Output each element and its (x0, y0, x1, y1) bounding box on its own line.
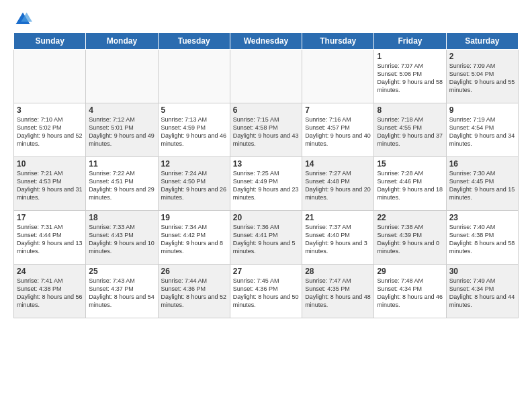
day-info: Sunrise: 7:28 AM Sunset: 4:46 PM Dayligh… (377, 169, 443, 202)
day-info: Sunrise: 7:25 AM Sunset: 4:49 PM Dayligh… (233, 169, 299, 202)
calendar-cell (158, 50, 230, 103)
day-info: Sunrise: 7:10 AM Sunset: 5:02 PM Dayligh… (17, 116, 83, 148)
day-number: 20 (233, 213, 299, 222)
weekday-header-tuesday: Tuesday (158, 33, 230, 50)
weekday-header-saturday: Saturday (446, 33, 518, 50)
calendar-cell: 1Sunrise: 7:07 AM Sunset: 5:06 PM Daylig… (374, 50, 446, 103)
calendar-cell (230, 50, 302, 103)
day-number: 6 (233, 105, 299, 115)
calendar-cell: 7Sunrise: 7:16 AM Sunset: 4:57 PM Daylig… (302, 103, 374, 157)
calendar-cell: 30Sunrise: 7:49 AM Sunset: 4:34 PM Dayli… (446, 265, 518, 318)
day-info: Sunrise: 7:27 AM Sunset: 4:48 PM Dayligh… (305, 169, 371, 202)
weekday-header-monday: Monday (86, 33, 158, 50)
day-info: Sunrise: 7:48 AM Sunset: 4:34 PM Dayligh… (377, 277, 443, 310)
day-info: Sunrise: 7:40 AM Sunset: 4:38 PM Dayligh… (449, 223, 515, 256)
day-info: Sunrise: 7:07 AM Sunset: 5:06 PM Dayligh… (377, 62, 443, 95)
calendar-cell: 28Sunrise: 7:47 AM Sunset: 4:35 PM Dayli… (302, 265, 374, 318)
day-number: 9 (449, 105, 515, 115)
day-info: Sunrise: 7:38 AM Sunset: 4:39 PM Dayligh… (377, 223, 443, 256)
day-info: Sunrise: 7:19 AM Sunset: 4:54 PM Dayligh… (449, 116, 515, 148)
logo (13, 10, 35, 29)
weekday-header-row: SundayMondayTuesdayWednesdayThursdayFrid… (14, 33, 519, 50)
day-info: Sunrise: 7:47 AM Sunset: 4:35 PM Dayligh… (305, 277, 371, 310)
day-number: 22 (377, 213, 443, 222)
day-number: 19 (161, 213, 227, 222)
calendar-cell: 11Sunrise: 7:22 AM Sunset: 4:51 PM Dayli… (86, 157, 158, 211)
calendar-cell (86, 50, 158, 103)
calendar-cell: 2Sunrise: 7:09 AM Sunset: 5:04 PM Daylig… (446, 50, 518, 103)
day-info: Sunrise: 7:34 AM Sunset: 4:42 PM Dayligh… (161, 223, 227, 256)
calendar-cell: 22Sunrise: 7:38 AM Sunset: 4:39 PM Dayli… (374, 211, 446, 265)
day-info: Sunrise: 7:37 AM Sunset: 4:40 PM Dayligh… (305, 223, 371, 256)
day-number: 25 (89, 267, 154, 276)
calendar-cell: 3Sunrise: 7:10 AM Sunset: 5:02 PM Daylig… (14, 103, 86, 157)
day-info: Sunrise: 7:45 AM Sunset: 4:36 PM Dayligh… (233, 277, 299, 310)
weekday-header-thursday: Thursday (302, 33, 374, 50)
day-number: 4 (89, 105, 154, 115)
day-number: 2 (449, 52, 515, 61)
day-number: 30 (449, 267, 515, 276)
calendar-week-1: 1Sunrise: 7:07 AM Sunset: 5:06 PM Daylig… (14, 50, 519, 103)
calendar-cell: 25Sunrise: 7:43 AM Sunset: 4:37 PM Dayli… (86, 265, 158, 318)
day-number: 1 (377, 52, 443, 61)
day-number: 23 (449, 213, 515, 222)
page-container: SundayMondayTuesdayWednesdayThursdayFrid… (0, 0, 532, 325)
day-info: Sunrise: 7:30 AM Sunset: 4:45 PM Dayligh… (449, 169, 515, 202)
calendar-cell: 24Sunrise: 7:41 AM Sunset: 4:38 PM Dayli… (14, 265, 86, 318)
calendar-cell: 13Sunrise: 7:25 AM Sunset: 4:49 PM Dayli… (230, 157, 302, 211)
day-number: 28 (305, 267, 371, 276)
day-info: Sunrise: 7:18 AM Sunset: 4:55 PM Dayligh… (377, 116, 443, 148)
day-number: 29 (377, 267, 443, 276)
calendar-cell: 27Sunrise: 7:45 AM Sunset: 4:36 PM Dayli… (230, 265, 302, 318)
day-info: Sunrise: 7:15 AM Sunset: 4:58 PM Dayligh… (233, 116, 299, 148)
calendar-cell: 29Sunrise: 7:48 AM Sunset: 4:34 PM Dayli… (374, 265, 446, 318)
day-number: 11 (89, 159, 154, 169)
weekday-header-sunday: Sunday (14, 33, 86, 50)
day-info: Sunrise: 7:09 AM Sunset: 5:04 PM Dayligh… (449, 62, 515, 95)
calendar-cell (302, 50, 374, 103)
day-number: 15 (377, 159, 443, 169)
calendar-week-5: 24Sunrise: 7:41 AM Sunset: 4:38 PM Dayli… (14, 265, 519, 318)
calendar-week-3: 10Sunrise: 7:21 AM Sunset: 4:53 PM Dayli… (14, 157, 519, 211)
day-number: 14 (305, 159, 371, 169)
day-info: Sunrise: 7:49 AM Sunset: 4:34 PM Dayligh… (449, 277, 515, 310)
calendar-cell: 10Sunrise: 7:21 AM Sunset: 4:53 PM Dayli… (14, 157, 86, 211)
calendar-cell: 5Sunrise: 7:13 AM Sunset: 4:59 PM Daylig… (158, 103, 230, 157)
day-info: Sunrise: 7:31 AM Sunset: 4:44 PM Dayligh… (17, 223, 83, 256)
calendar-cell: 9Sunrise: 7:19 AM Sunset: 4:54 PM Daylig… (446, 103, 518, 157)
day-number: 24 (17, 267, 83, 276)
day-number: 21 (305, 213, 371, 222)
day-info: Sunrise: 7:24 AM Sunset: 4:50 PM Dayligh… (161, 169, 227, 202)
day-number: 8 (377, 105, 443, 115)
day-number: 10 (17, 159, 83, 169)
calendar-cell: 16Sunrise: 7:30 AM Sunset: 4:45 PM Dayli… (446, 157, 518, 211)
day-number: 18 (89, 213, 154, 222)
day-info: Sunrise: 7:22 AM Sunset: 4:51 PM Dayligh… (89, 169, 154, 202)
day-info: Sunrise: 7:44 AM Sunset: 4:36 PM Dayligh… (161, 277, 227, 310)
calendar-cell: 12Sunrise: 7:24 AM Sunset: 4:50 PM Dayli… (158, 157, 230, 211)
day-number: 27 (233, 267, 299, 276)
day-info: Sunrise: 7:21 AM Sunset: 4:53 PM Dayligh… (17, 169, 83, 202)
calendar-cell: 26Sunrise: 7:44 AM Sunset: 4:36 PM Dayli… (158, 265, 230, 318)
day-number: 7 (305, 105, 371, 115)
calendar-cell: 20Sunrise: 7:36 AM Sunset: 4:41 PM Dayli… (230, 211, 302, 265)
calendar-cell: 15Sunrise: 7:28 AM Sunset: 4:46 PM Dayli… (374, 157, 446, 211)
header (13, 10, 519, 29)
calendar-cell: 19Sunrise: 7:34 AM Sunset: 4:42 PM Dayli… (158, 211, 230, 265)
day-info: Sunrise: 7:41 AM Sunset: 4:38 PM Dayligh… (17, 277, 83, 310)
day-info: Sunrise: 7:43 AM Sunset: 4:37 PM Dayligh… (89, 277, 154, 310)
weekday-header-wednesday: Wednesday (230, 33, 302, 50)
calendar-cell (14, 50, 86, 103)
day-info: Sunrise: 7:36 AM Sunset: 4:41 PM Dayligh… (233, 223, 299, 256)
day-number: 17 (17, 213, 83, 222)
logo-icon (13, 10, 32, 29)
day-number: 3 (17, 105, 83, 115)
calendar-week-2: 3Sunrise: 7:10 AM Sunset: 5:02 PM Daylig… (14, 103, 519, 157)
day-info: Sunrise: 7:12 AM Sunset: 5:01 PM Dayligh… (89, 116, 154, 148)
calendar-cell: 21Sunrise: 7:37 AM Sunset: 4:40 PM Dayli… (302, 211, 374, 265)
calendar-cell: 18Sunrise: 7:33 AM Sunset: 4:43 PM Dayli… (86, 211, 158, 265)
day-info: Sunrise: 7:16 AM Sunset: 4:57 PM Dayligh… (305, 116, 371, 148)
calendar-week-4: 17Sunrise: 7:31 AM Sunset: 4:44 PM Dayli… (14, 211, 519, 265)
day-number: 16 (449, 159, 515, 169)
calendar-cell: 17Sunrise: 7:31 AM Sunset: 4:44 PM Dayli… (14, 211, 86, 265)
